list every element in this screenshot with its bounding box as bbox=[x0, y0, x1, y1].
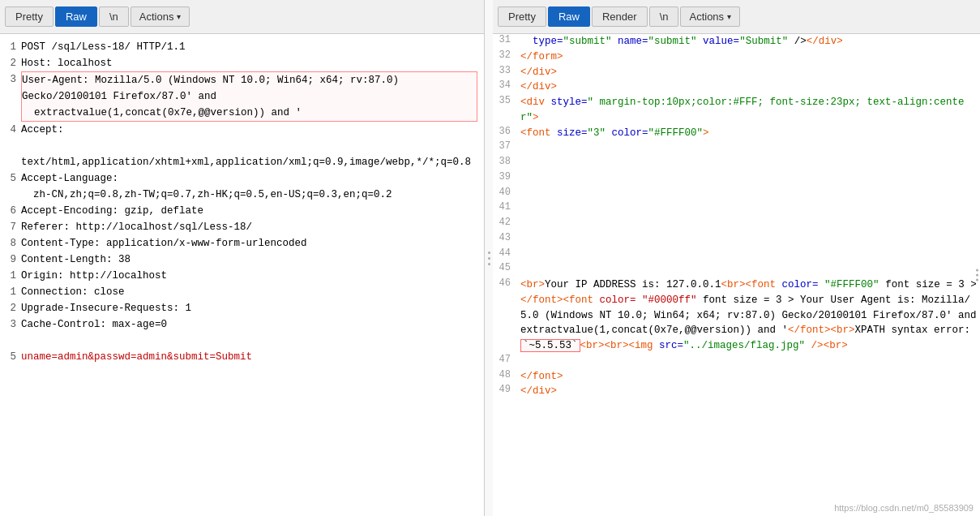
right-line-37: 37 bbox=[493, 140, 980, 156]
left-line-8: 8 Content-Type: application/x-www-form-u… bbox=[6, 235, 477, 252]
right-line-41: 41 bbox=[493, 201, 980, 217]
right-line-35: 35 <div style=" margin-top:10px;color:#F… bbox=[493, 95, 980, 126]
left-line-blank bbox=[6, 333, 477, 349]
left-tab-raw[interactable]: Raw bbox=[55, 6, 97, 27]
right-toolbar: Pretty Raw Render \n Actions ▾ bbox=[493, 0, 980, 34]
right-line-47: 47 bbox=[493, 354, 980, 369]
right-line-44: 44 bbox=[493, 247, 980, 263]
right-line-40: 40 bbox=[493, 187, 980, 202]
watermark: https://blog.csdn.net/m0_85583909 bbox=[834, 503, 974, 513]
left-line-3: 3 User-Agent: Mozilla/5.0 (Windows NT 10… bbox=[6, 71, 477, 122]
left-line-10: 1 Origin: http://localhost bbox=[6, 268, 477, 284]
right-line-43: 43 bbox=[493, 232, 980, 247]
left-code-area: 1 POST /sql/Less-18/ HTTP/1.1 2 Host: lo… bbox=[0, 34, 484, 516]
right-line-38: 38 bbox=[493, 156, 980, 171]
center-divider bbox=[485, 0, 493, 516]
right-code-area: 31 type="submit" name="submit" value="Su… bbox=[493, 34, 980, 516]
divider-dot-3 bbox=[488, 263, 490, 265]
left-line-12: 2 Upgrade-Insecure-Requests: 1 bbox=[6, 300, 477, 316]
right-panel: Pretty Raw Render \n Actions ▾ 31 type="… bbox=[493, 0, 980, 516]
left-tab-pretty[interactable]: Pretty bbox=[5, 6, 53, 27]
right-line-34: 34 </div> bbox=[493, 80, 980, 95]
left-line-15: 5 uname=admin&passwd=admin&submit=Submit bbox=[6, 349, 477, 365]
left-tab-newline[interactable]: \n bbox=[99, 6, 129, 27]
right-line-33: 33 </div> bbox=[493, 65, 980, 80]
right-tab-render[interactable]: Render bbox=[592, 6, 648, 27]
right-line-42: 42 bbox=[493, 217, 980, 232]
left-actions-button[interactable]: Actions ▾ bbox=[131, 6, 190, 27]
right-line-49: 49 </div> bbox=[493, 384, 980, 399]
right-line-32: 32 </form> bbox=[493, 49, 980, 65]
right-tab-newline[interactable]: \n bbox=[649, 6, 679, 27]
right-line-36: 36 <font size="3" color="#FFFF00"> bbox=[493, 126, 980, 141]
left-actions-chevron-icon: ▾ bbox=[177, 12, 181, 21]
right-scrollbar-indicator bbox=[976, 269, 978, 282]
left-actions-label: Actions bbox=[139, 11, 174, 23]
left-line-5: 5 Accept-Language: zh-CN,zh;q=0.8,zh-TW;… bbox=[6, 170, 477, 203]
right-actions-label: Actions bbox=[689, 11, 724, 23]
left-toolbar: Pretty Raw \n Actions ▾ bbox=[0, 0, 484, 34]
right-code-lines: 31 type="submit" name="submit" value="Su… bbox=[493, 34, 980, 399]
right-tab-pretty[interactable]: Pretty bbox=[498, 6, 546, 27]
right-line-48: 48 </font> bbox=[493, 369, 980, 385]
left-line-7: 7 Referer: http://localhost/sql/Less-18/ bbox=[6, 219, 477, 235]
divider-dot-1 bbox=[488, 252, 490, 254]
left-code-lines: 1 POST /sql/Less-18/ HTTP/1.1 2 Host: lo… bbox=[6, 39, 477, 365]
right-line-31: 31 type="submit" name="submit" value="Su… bbox=[493, 34, 980, 49]
left-line-6: 6 Accept-Encoding: gzip, deflate bbox=[6, 203, 477, 219]
left-line-2: 2 Host: localhost bbox=[6, 55, 477, 71]
left-line-1: 1 POST /sql/Less-18/ HTTP/1.1 bbox=[6, 39, 477, 55]
right-line-46: 46 <br>Your IP ADDRESS is: 127.0.0.1<br>… bbox=[493, 277, 980, 354]
right-tab-raw[interactable]: Raw bbox=[548, 6, 590, 27]
left-line-11: 1 Connection: close bbox=[6, 284, 477, 300]
left-panel: Pretty Raw \n Actions ▾ 1 POST /sql/Less… bbox=[0, 0, 485, 516]
right-line-39: 39 bbox=[493, 171, 980, 187]
left-line-13: 3 Cache-Control: max-age=0 bbox=[6, 316, 477, 333]
right-actions-button[interactable]: Actions ▾ bbox=[680, 6, 740, 27]
right-line-45: 45 bbox=[493, 262, 980, 277]
right-actions-chevron-icon: ▾ bbox=[727, 12, 731, 21]
left-line-4: 4 Accept: text/html,application/xhtml+xm… bbox=[6, 122, 477, 170]
divider-dot-2 bbox=[488, 257, 490, 260]
left-line-9: 9 Content-Length: 38 bbox=[6, 252, 477, 268]
